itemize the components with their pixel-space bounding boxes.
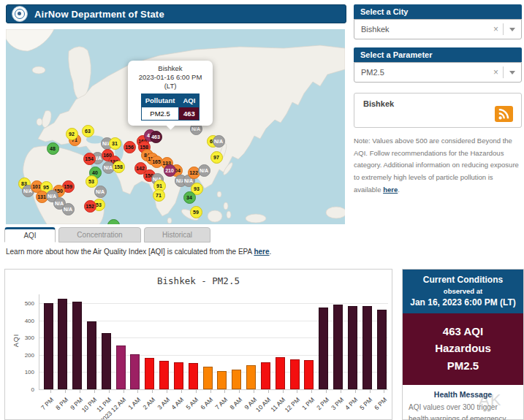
aqi-map-marker[interactable]: 463 (150, 131, 162, 143)
aqi-map-marker[interactable]: 210 (164, 164, 176, 177)
map[interactable]: 71926348N/A31156N/A154160136N/A1584053N/… (6, 29, 345, 224)
aqi-map-marker[interactable]: 152 (84, 200, 96, 213)
x-axis-tick (137, 390, 138, 393)
current-aqi-value: 463 AQI (406, 323, 520, 340)
aqi-bar[interactable] (377, 310, 387, 389)
y-axis-tick-label: 300 (14, 335, 34, 341)
aqi-bar[interactable] (232, 370, 241, 389)
beyond-aqi-note: Note: Values above 500 are considered Be… (354, 135, 522, 196)
select-divider (503, 23, 504, 35)
y-axis-tick-label: 200 (14, 352, 34, 359)
aqi-map-marker[interactable]: 53 (86, 175, 98, 188)
app-title: AirNow Department of State (34, 9, 164, 20)
popup-city: Bishkek (131, 64, 210, 73)
aqi-bar[interactable] (58, 299, 67, 389)
aqi-chart-panel: Bishkek - PM2.5 AQI 01002003004005007 PM… (4, 269, 392, 420)
parameter-select-value: PM2.5 (354, 68, 489, 77)
aqi-bar[interactable] (290, 359, 300, 389)
aqi-bar[interactable] (174, 362, 183, 389)
aqi-map-marker[interactable]: 97 (210, 151, 223, 164)
x-axis-tick (210, 390, 211, 393)
x-axis-tick (254, 390, 254, 393)
aqi-map-marker[interactable]: N/A (62, 203, 75, 215)
app-header: AirNow Department of State (6, 4, 346, 23)
aqi-map-marker[interactable]: 63 (82, 125, 94, 137)
aqi-bar[interactable] (102, 333, 111, 389)
aqi-bar[interactable] (116, 345, 126, 389)
learn-more-text: Learn more about how the Air Quality Ind… (6, 248, 254, 256)
tab-aqi[interactable]: AQI (4, 227, 56, 243)
aqi-bar[interactable] (261, 362, 270, 389)
note-here-link[interactable]: here (383, 186, 398, 194)
city-feed-box: Bishkek (354, 93, 522, 128)
x-axis-tick (50, 390, 51, 393)
x-axis-tick (80, 390, 80, 393)
aqi-bar[interactable] (44, 303, 53, 389)
parameter-clear-icon[interactable]: × (489, 67, 503, 77)
popup-col-pollutant: Pollutant (141, 93, 179, 107)
aqi-map-marker[interactable]: 92 (66, 128, 78, 140)
aqi-bar[interactable] (276, 357, 285, 389)
aqi-bar[interactable] (87, 321, 96, 389)
aqi-bar[interactable] (145, 358, 154, 389)
learn-more-here-link[interactable]: here (254, 248, 269, 256)
state-department-seal-icon (12, 6, 28, 22)
aqi-bar[interactable] (159, 361, 169, 389)
city-select[interactable]: Bishkek × (354, 19, 522, 39)
x-axis-tick (196, 390, 197, 393)
aqi-map-marker[interactable]: 154 (83, 153, 96, 165)
learn-more-line: Learn more about how the Air Quality Ind… (6, 248, 271, 256)
x-axis-tick (239, 390, 240, 393)
aqi-map-marker[interactable]: 158 (113, 161, 125, 173)
aqi-bar[interactable] (333, 305, 343, 389)
health-message-text: AQI values over 300 trigger health warni… (403, 402, 523, 420)
aqi-bar[interactable] (362, 306, 372, 389)
popup-timezone: (LT) (131, 82, 210, 91)
current-conditions-header: Current Conditions observed at Jan 16, 2… (403, 270, 523, 313)
aqi-bar[interactable] (246, 365, 256, 389)
aqi-map-marker[interactable]: 156 (124, 141, 136, 153)
observed-at-label: observed at (406, 287, 520, 295)
x-axis-tick (341, 390, 341, 393)
aqi-map-marker[interactable]: N/A (213, 135, 225, 148)
airnow-page: AirNow Department of State (0, 0, 524, 420)
aqi-map-marker[interactable]: 31 (109, 137, 121, 150)
popup-pollutant-value: PM2.5 (141, 107, 179, 120)
aqi-bar[interactable] (348, 306, 357, 389)
chart-title: Bishkek - PM2.5 (5, 275, 392, 286)
aqi-map-marker[interactable]: 59 (190, 206, 202, 218)
tab-historical[interactable]: Historical (144, 227, 210, 243)
popup-datetime: 2023-01-16 6:00 PM (131, 73, 210, 82)
select-divider (503, 66, 504, 78)
x-axis-tick (283, 390, 284, 393)
x-axis-tick (124, 390, 124, 393)
aqi-bar[interactable] (130, 354, 140, 389)
aqi-bar[interactable] (72, 302, 82, 389)
aqi-map-marker[interactable]: 48 (47, 142, 59, 155)
aqi-map-marker[interactable]: 34 (183, 191, 196, 204)
x-axis-tick (370, 390, 371, 393)
rss-feed-icon[interactable] (495, 106, 513, 122)
current-conditions-title: Current Conditions (406, 275, 520, 285)
tab-concentration[interactable]: Concentration (58, 227, 141, 243)
sidebar: Select a City Bishkek × Select a Paramet… (351, 0, 524, 196)
current-aqi-pollutant: PM2.5 (406, 357, 520, 374)
city-clear-icon[interactable]: × (489, 24, 503, 34)
aqi-map-marker[interactable]: N/A (198, 164, 210, 177)
parameter-select[interactable]: PM2.5 × (354, 62, 522, 83)
aqi-bar[interactable] (217, 371, 227, 389)
city-dropdown-caret-icon[interactable] (509, 28, 515, 31)
chart-gridline (39, 303, 388, 304)
aqi-bar[interactable] (319, 308, 328, 389)
parameter-dropdown-caret-icon[interactable] (509, 71, 515, 75)
x-axis-tick (311, 390, 312, 393)
popup-col-aqi: AQI (179, 93, 200, 107)
aqi-map-marker[interactable]: 71 (153, 189, 165, 202)
aqi-map-marker[interactable]: N/A (94, 186, 107, 198)
x-axis-tick (268, 390, 269, 393)
aqi-bar[interactable] (304, 360, 314, 389)
note-text: Note: Values above 500 are considered Be… (354, 137, 519, 194)
aqi-bar[interactable] (203, 367, 213, 389)
x-axis-tick (181, 390, 182, 393)
aqi-bar[interactable] (189, 363, 198, 389)
